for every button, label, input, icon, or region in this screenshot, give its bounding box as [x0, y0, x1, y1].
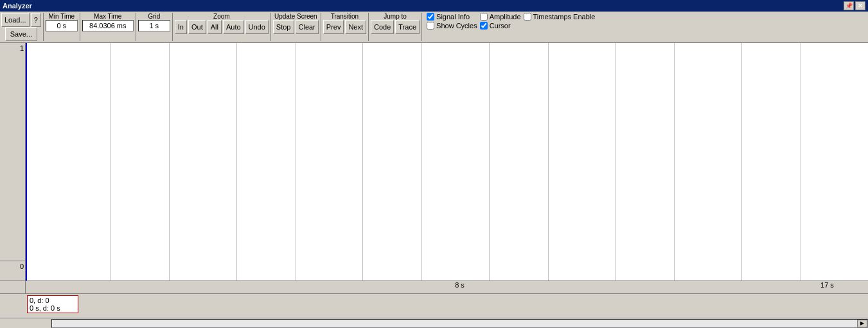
- scrollbar-track[interactable]: ▶: [51, 319, 868, 328]
- clear-button[interactable]: Clear: [296, 20, 319, 34]
- sep5: [270, 13, 271, 41]
- grid-label: Grid: [148, 13, 160, 20]
- cursor-label: Cursor: [490, 22, 511, 30]
- grid-line: [169, 43, 170, 281]
- signal-panel: 1 0: [0, 43, 26, 281]
- sep2: [80, 13, 80, 41]
- grid-line: [421, 43, 422, 281]
- cursor-checkbox[interactable]: [480, 22, 488, 30]
- trace-button[interactable]: Trace: [395, 20, 420, 34]
- sep1: [43, 13, 44, 41]
- signal-info-label: Signal Info: [436, 13, 470, 21]
- options-group: Signal Info Show Cycles: [427, 13, 477, 30]
- next-button[interactable]: Next: [345, 20, 366, 34]
- scrollbar-area: ▶: [0, 318, 868, 328]
- cursor-row: Cursor: [480, 22, 521, 30]
- pin-button[interactable]: 📌: [844, 1, 854, 10]
- update-screen-group: Update Screen Stop Clear: [273, 13, 319, 34]
- time-ruler-spacer: [0, 281, 26, 293]
- amplitude-label: Amplitude: [490, 13, 521, 21]
- status-line1: 0, d: 0: [30, 297, 76, 304]
- options-group2: Amplitude Cursor: [480, 13, 521, 30]
- signal-bottom-value: 0: [20, 263, 24, 270]
- grid-line: [616, 43, 616, 281]
- timestamps-row: Timestamps Enable: [524, 13, 596, 21]
- grid-group: Grid 1 s: [138, 13, 170, 31]
- transition-label: Transition: [331, 13, 359, 20]
- signal-row-bottom: 0: [0, 261, 25, 281]
- status-line2: 0 s, d: 0 s: [30, 304, 76, 312]
- sep7: [368, 13, 369, 41]
- sep3: [136, 13, 136, 41]
- transition-buttons: Prev Next: [323, 20, 366, 34]
- zoom-buttons: In Out All Auto Undo: [175, 20, 269, 34]
- grid-line: [548, 43, 549, 281]
- title-bar-buttons: 📌 ✕: [844, 1, 865, 10]
- grid-value: 1 s: [138, 20, 170, 31]
- scrollbar-thumb[interactable]: ▶: [857, 320, 867, 327]
- grid-line: [741, 43, 742, 281]
- signal-info-checkbox[interactable]: [427, 13, 434, 21]
- signal-top-value: 1: [20, 44, 24, 52]
- title-bar: Analyzer 📌 ✕: [0, 0, 868, 12]
- time-ruler-inner: 8 s 17 s: [51, 281, 868, 293]
- grid-line: [296, 43, 296, 281]
- file-row-bottom: Save...: [5, 27, 37, 41]
- max-time-label: Max Time: [94, 13, 121, 20]
- file-row-top: Load... ?: [1, 13, 41, 27]
- jump-to-buttons: Code Trace: [371, 20, 420, 34]
- timestamps-checkbox[interactable]: [524, 13, 531, 21]
- sep6: [321, 13, 321, 41]
- show-cycles-checkbox[interactable]: [427, 22, 434, 30]
- amplitude-row: Amplitude: [480, 13, 521, 21]
- waveform-area[interactable]: [26, 43, 868, 281]
- grid-line: [362, 43, 363, 281]
- jump-to-group: Jump to Code Trace: [371, 13, 420, 34]
- max-time-value: 84.0306 ms: [82, 20, 134, 31]
- amplitude-checkbox[interactable]: [480, 13, 488, 21]
- zoom-label: Zoom: [213, 13, 230, 20]
- grid-line: [236, 43, 237, 281]
- zoom-undo-button[interactable]: Undo: [245, 20, 269, 34]
- cursor-line: [26, 43, 27, 281]
- min-time-label: Min Time: [48, 13, 75, 20]
- grid-line: [801, 43, 801, 281]
- time-label-1: 8 s: [455, 281, 465, 289]
- zoom-all-button[interactable]: All: [208, 20, 222, 34]
- stop-button[interactable]: Stop: [273, 20, 294, 34]
- signal-row-top: 1: [0, 43, 25, 261]
- sep8: [421, 13, 422, 41]
- prev-button[interactable]: Prev: [323, 20, 344, 34]
- sep4: [172, 13, 173, 41]
- min-time-group: Min Time 0 s: [46, 13, 78, 31]
- options-group3: Timestamps Enable: [524, 13, 596, 21]
- max-time-group: Max Time 84.0306 ms: [82, 13, 134, 31]
- main-content: 1 0: [0, 43, 868, 281]
- code-button[interactable]: Code: [371, 20, 394, 34]
- zoom-in-button[interactable]: In: [175, 20, 187, 34]
- time-label-2: 17 s: [820, 281, 834, 289]
- jump-to-label: Jump to: [384, 13, 407, 20]
- update-screen-buttons: Stop Clear: [273, 20, 319, 34]
- show-cycles-row: Show Cycles: [427, 22, 477, 30]
- zoom-group: Zoom In Out All Auto Undo: [175, 13, 269, 34]
- show-cycles-label: Show Cycles: [436, 22, 477, 30]
- status-bar: 0, d: 0 0 s, d: 0 s: [0, 293, 868, 318]
- toolbar: Load... ? Save... Min Time 0 s Max Time …: [0, 12, 868, 43]
- signal-info-row: Signal Info: [427, 13, 477, 21]
- close-button[interactable]: ✕: [855, 1, 865, 10]
- timestamps-label: Timestamps Enable: [533, 13, 596, 21]
- file-group: Load... ? Save...: [1, 13, 41, 41]
- grid-line: [674, 43, 675, 281]
- zoom-out-button[interactable]: Out: [188, 20, 206, 34]
- update-screen-label: Update Screen: [274, 13, 317, 20]
- transition-group: Transition Prev Next: [323, 13, 366, 34]
- grid-line: [489, 43, 490, 281]
- zoom-auto-button[interactable]: Auto: [223, 20, 244, 34]
- save-button[interactable]: Save...: [5, 27, 37, 41]
- grid-line: [110, 43, 111, 281]
- app-title: Analyzer: [3, 2, 844, 10]
- min-time-value: 0 s: [46, 20, 78, 31]
- help-button[interactable]: ?: [31, 13, 41, 27]
- load-button[interactable]: Load...: [1, 13, 30, 27]
